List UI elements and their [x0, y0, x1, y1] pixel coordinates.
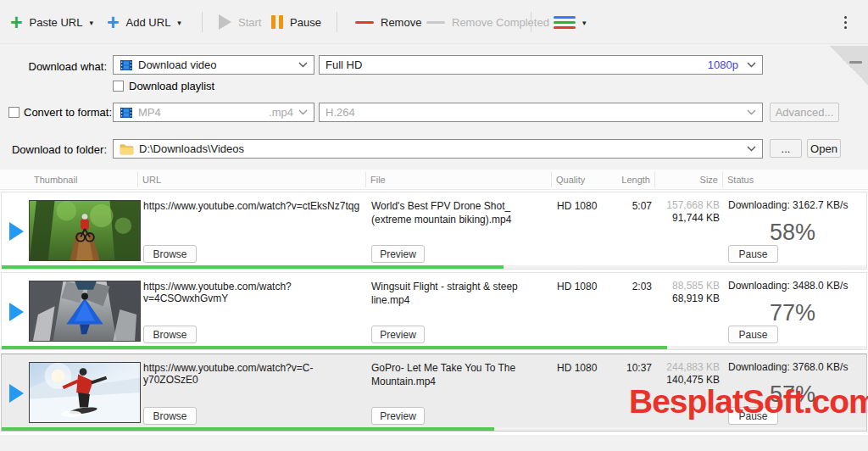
convert-label: Convert to format:	[24, 106, 112, 119]
download-row[interactable]: https://www.youtube.com/watch?v=ctEksNz7…	[1, 192, 867, 270]
pause-icon	[271, 15, 283, 29]
row-status: Downloading: 3162.7 KB/s	[728, 199, 868, 211]
col-length[interactable]: Length	[598, 175, 650, 185]
caret-down-icon[interactable]: ▾	[89, 17, 93, 27]
progress-track	[2, 265, 866, 269]
advanced-button[interactable]: Advanced...	[770, 103, 839, 122]
browse-button[interactable]: Browse	[143, 407, 197, 425]
convert-format-value: MP4	[138, 106, 264, 119]
paste-url-label: Paste URL	[30, 16, 83, 29]
caret-down-icon: ▾	[582, 17, 587, 27]
row-percent: 58%	[728, 220, 815, 246]
col-quality[interactable]: Quality	[556, 175, 585, 185]
convert-codec-value: H.264	[326, 106, 742, 119]
col-url[interactable]: URL	[142, 175, 161, 185]
preview-button[interactable]: Preview	[371, 245, 425, 263]
film-icon	[120, 106, 133, 120]
col-status[interactable]: Status	[727, 175, 754, 185]
row-quality: HD 1080	[557, 362, 597, 374]
row-size-done: 68,919 KB	[635, 292, 720, 304]
row-percent: 77%	[728, 300, 815, 326]
scroll-handle[interactable]	[849, 61, 862, 64]
convert-codec-select[interactable]: H.264	[319, 103, 763, 122]
row-file: World's Best FPV Drone Shot_ (extreme mo…	[371, 200, 548, 226]
chevron-down-icon	[747, 146, 756, 152]
row-size-total: 157,668 KB	[635, 199, 720, 211]
remove-label: Remove	[381, 16, 421, 29]
row-url: https://www.youtube.com/watch?v=4CSOwxhG…	[143, 281, 362, 304]
remove-button[interactable]: Remove	[355, 0, 421, 44]
convert-format-select[interactable]: MP4 .mp4	[113, 103, 314, 122]
col-size[interactable]: Size	[661, 175, 718, 185]
folder-icon	[120, 143, 134, 155]
paste-url-button[interactable]: + Paste URL ▾	[10, 0, 93, 44]
pause-button[interactable]: Pause	[271, 0, 321, 44]
download-what-select[interactable]: Download video	[113, 55, 314, 75]
convert-ext-value: .mp4	[269, 106, 293, 119]
row-status: Downloading: 3768.0 KB/s	[728, 361, 868, 373]
row-size-total: 88,585 KB	[635, 280, 720, 292]
row-url: https://www.youtube.com/watch?v=C-y70ZOS…	[143, 362, 362, 386]
col-thumbnail[interactable]: Thumbnail	[34, 175, 77, 185]
video-thumbnail[interactable]	[29, 362, 141, 423]
quality-select[interactable]: Full HD 1080p	[319, 55, 763, 75]
row-file: GoPro- Let Me Take You To The Mountain.m…	[371, 362, 548, 388]
header-separator	[722, 172, 723, 187]
progress-bar	[2, 346, 667, 349]
open-folder-button[interactable]: Open	[807, 139, 841, 158]
download-what-label: Download what:	[0, 60, 107, 73]
main-toolbar: + Paste URL ▾ + Add URL ▾ Start Pause Re…	[0, 0, 868, 44]
plus-icon: +	[10, 14, 23, 31]
pause-row-button[interactable]: Pause	[728, 326, 778, 343]
browse-button[interactable]: Browse	[143, 245, 197, 263]
caret-down-icon[interactable]: ▾	[177, 17, 181, 27]
row-size-total: 244,883 KB	[635, 361, 720, 373]
download-playlist-checkbox[interactable]	[113, 81, 124, 92]
video-thumbnail[interactable]	[29, 281, 141, 342]
download-what-value: Download video	[138, 58, 293, 71]
more-options-button[interactable]	[844, 0, 847, 44]
browse-folder-button[interactable]: ...	[770, 139, 802, 158]
quality-value: Full HD	[326, 58, 703, 71]
plus-icon: +	[107, 14, 120, 31]
progress-track	[2, 346, 866, 349]
corner-scroll-artifact	[829, 46, 868, 85]
header-separator	[654, 172, 655, 187]
play-icon[interactable]	[9, 384, 24, 403]
header-separator	[137, 172, 138, 187]
download-folder-value: D:\Downloads\Videos	[139, 142, 742, 155]
header-separator	[551, 172, 552, 187]
download-row[interactable]: https://www.youtube.com/watch?v=4CSOwxhG…	[1, 272, 867, 350]
row-url: https://www.youtube.com/watch?v=ctEksNz7…	[143, 200, 362, 212]
row-status: Downloading: 3488.0 KB/s	[728, 280, 868, 292]
menu-button[interactable]: ▾	[554, 0, 587, 44]
row-file: Wingsuit Flight - straight & steep line.…	[371, 281, 548, 307]
pause-label: Pause	[290, 16, 321, 29]
preview-button[interactable]: Preview	[371, 326, 425, 343]
start-label: Start	[238, 16, 261, 29]
browse-button[interactable]: Browse	[143, 326, 197, 343]
video-thumbnail[interactable]	[29, 200, 141, 261]
kebab-menu-icon	[844, 16, 847, 29]
start-button[interactable]: Start	[219, 0, 261, 44]
chevron-down-icon	[747, 109, 756, 115]
table-header: Thumbnail URL File Quality Length Size S…	[0, 170, 868, 190]
preview-button[interactable]: Preview	[371, 407, 425, 425]
remove-icon	[355, 21, 374, 24]
download-folder-select[interactable]: D:\Downloads\Videos	[113, 139, 763, 159]
chevron-down-icon	[298, 62, 308, 68]
besplatsoft-watermark: BesplatSoft.com	[629, 383, 868, 420]
add-url-button[interactable]: + Add URL ▾	[107, 0, 181, 44]
add-url-label: Add URL	[126, 16, 171, 29]
progress-track	[2, 427, 866, 431]
convert-checkbox[interactable]	[8, 107, 19, 118]
play-icon[interactable]	[9, 303, 24, 321]
pause-row-button[interactable]: Pause	[728, 245, 778, 263]
download-playlist-label: Download playlist	[129, 80, 214, 92]
play-icon[interactable]	[9, 222, 24, 241]
play-icon	[219, 14, 231, 30]
quality-badge: 1080p	[708, 58, 738, 71]
film-icon	[120, 58, 133, 72]
chevron-down-icon	[298, 109, 308, 115]
col-file[interactable]: File	[370, 175, 386, 185]
